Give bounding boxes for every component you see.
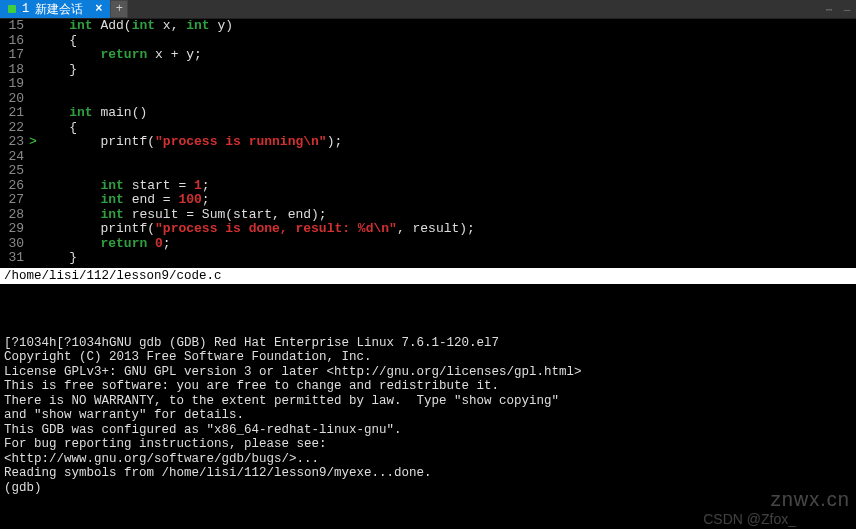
line-number: 24 [0, 150, 28, 165]
session-tab[interactable]: 1 新建会话 × [0, 0, 110, 18]
code-line[interactable]: 27 int end = 100; [0, 193, 856, 208]
code-content: return x + y; [38, 48, 202, 63]
code-line[interactable]: 15 int Add(int x, int y) [0, 19, 856, 34]
line-number: 25 [0, 164, 28, 179]
breakpoint-marker[interactable] [28, 92, 38, 107]
line-number: 17 [0, 48, 28, 63]
code-line[interactable]: 24 [0, 150, 856, 165]
breakpoint-marker[interactable] [28, 222, 38, 237]
breakpoint-marker[interactable]: > [28, 135, 38, 150]
code-content: int result = Sum(start, end); [38, 208, 327, 223]
file-path-bar: /home/lisi/112/lesson9/code.c [0, 268, 856, 284]
code-line[interactable]: 18 } [0, 63, 856, 78]
code-line[interactable]: 21 int main() [0, 106, 856, 121]
line-number: 31 [0, 251, 28, 266]
code-line[interactable]: 25 [0, 164, 856, 179]
code-line[interactable]: 29 printf("process is done, result: %d\n… [0, 222, 856, 237]
terminal-output[interactable]: [?1034h[?1034hGNU gdb (GDB) Red Hat Ente… [0, 334, 856, 498]
line-number: 20 [0, 92, 28, 107]
code-content: printf("process is running\n"); [38, 135, 342, 150]
line-number: 16 [0, 34, 28, 49]
close-icon[interactable]: × [95, 2, 102, 16]
breakpoint-marker[interactable] [28, 193, 38, 208]
code-content: int end = 100; [38, 193, 210, 208]
code-content: printf("process is done, result: %d\n", … [38, 222, 475, 237]
breakpoint-marker[interactable] [28, 208, 38, 223]
breakpoint-marker[interactable] [28, 34, 38, 49]
status-dot-icon [8, 5, 16, 13]
line-number: 15 [0, 19, 28, 34]
code-line[interactable]: 28 int result = Sum(start, end); [0, 208, 856, 223]
code-line[interactable]: 17 return x + y; [0, 48, 856, 63]
titlebar: 1 新建会话 × + ⋯ ‒ [0, 0, 856, 19]
line-number: 22 [0, 121, 28, 136]
watermark-csdn: CSDN @Zfox_ [703, 511, 796, 527]
code-content: int main() [38, 106, 147, 121]
code-content: } [38, 251, 77, 266]
tab-title: 新建会话 [35, 1, 83, 18]
code-line[interactable]: 30 return 0; [0, 237, 856, 252]
breakpoint-marker[interactable] [28, 150, 38, 165]
line-number: 29 [0, 222, 28, 237]
code-content: { [38, 121, 77, 136]
line-number: 23 [0, 135, 28, 150]
line-number: 30 [0, 237, 28, 252]
breakpoint-marker[interactable] [28, 48, 38, 63]
line-number: 26 [0, 179, 28, 194]
line-number: 19 [0, 77, 28, 92]
code-content: int Add(int x, int y) [38, 19, 233, 34]
code-content: return 0; [38, 237, 171, 252]
code-content: } [38, 63, 77, 78]
code-content: { [38, 34, 77, 49]
breakpoint-marker[interactable] [28, 106, 38, 121]
watermark-znwx: znwx.cn [771, 488, 850, 511]
line-number: 21 [0, 106, 28, 121]
code-line[interactable]: 20 [0, 92, 856, 107]
breakpoint-marker[interactable] [28, 179, 38, 194]
breakpoint-marker[interactable] [28, 63, 38, 78]
window-minimize-icon[interactable]: ‒ [838, 0, 856, 18]
code-line[interactable]: 31 } [0, 251, 856, 266]
code-content: int start = 1; [38, 179, 210, 194]
breakpoint-marker[interactable] [28, 164, 38, 179]
breakpoint-marker[interactable] [28, 237, 38, 252]
line-number: 27 [0, 193, 28, 208]
line-number: 18 [0, 63, 28, 78]
breakpoint-marker[interactable] [28, 77, 38, 92]
code-line[interactable]: 16 { [0, 34, 856, 49]
code-line[interactable]: 23> printf("process is running\n"); [0, 135, 856, 150]
breakpoint-marker[interactable] [28, 251, 38, 266]
breakpoint-marker[interactable] [28, 19, 38, 34]
breakpoint-marker[interactable] [28, 121, 38, 136]
code-line[interactable]: 19 [0, 77, 856, 92]
line-number: 28 [0, 208, 28, 223]
code-line[interactable]: 26 int start = 1; [0, 179, 856, 194]
titlebar-spacer [128, 0, 820, 18]
new-tab-button[interactable]: + [110, 0, 128, 18]
code-line[interactable]: 22 { [0, 121, 856, 136]
window-menu-icon[interactable]: ⋯ [820, 0, 838, 18]
code-editor[interactable]: 15 int Add(int x, int y)16 {17 return x … [0, 19, 856, 266]
tab-index: 1 [22, 2, 29, 16]
